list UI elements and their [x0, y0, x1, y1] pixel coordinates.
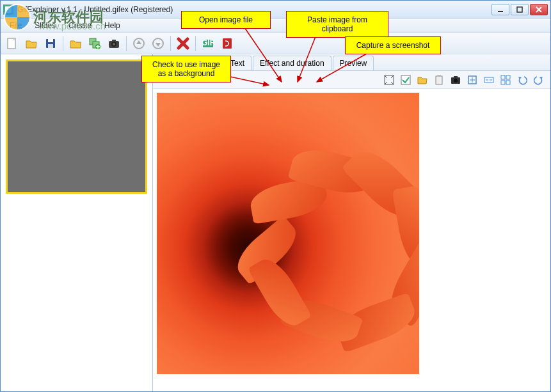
body: hot Diagram Text Effect and duration Pre…: [1, 54, 550, 391]
move-down-button[interactable]: [149, 35, 167, 52]
svg-rect-1: [5, 6, 12, 13]
svg-rect-36: [506, 75, 510, 79]
main-toolbar: GIF: [1, 33, 550, 54]
svg-rect-3: [517, 7, 522, 12]
export-pdf-button[interactable]: [218, 35, 236, 52]
callout-paste: Paste image from clipboard: [286, 11, 388, 38]
minimize-button[interactable]: [491, 4, 509, 15]
svg-rect-8: [48, 39, 53, 42]
titlebar: GifExplainer v.1.1 - Untitled.gifex (Reg…: [1, 1, 550, 19]
svg-text:GIF: GIF: [202, 38, 214, 47]
stretch-icon[interactable]: [381, 72, 397, 88]
slide-thumbnail-selected[interactable]: [6, 59, 147, 194]
svg-rect-26: [436, 76, 442, 84]
delete-button[interactable]: [174, 35, 192, 52]
crop-button[interactable]: [465, 72, 480, 88]
menu-slides[interactable]: Slides: [28, 20, 62, 31]
svg-rect-37: [501, 81, 505, 84]
capture-screenshot-button[interactable]: [448, 72, 463, 88]
svg-rect-30: [454, 76, 458, 78]
svg-rect-35: [501, 75, 505, 79]
move-up-button[interactable]: [130, 35, 148, 52]
window-controls: [491, 4, 548, 15]
svg-rect-38: [506, 81, 510, 84]
tab-effect-duration[interactable]: Effect and duration: [253, 56, 331, 70]
tab-preview[interactable]: Preview: [333, 56, 374, 70]
menu-help[interactable]: Help: [98, 20, 127, 31]
menu-file[interactable]: File: [3, 20, 28, 31]
svg-point-17: [113, 43, 115, 45]
save-button[interactable]: [42, 35, 60, 52]
duplicate-slide-button[interactable]: [86, 35, 104, 52]
paste-image-button[interactable]: [431, 72, 447, 88]
open-image-button[interactable]: [415, 72, 430, 88]
close-button[interactable]: [530, 4, 548, 15]
slides-panel: [1, 54, 153, 391]
svg-rect-9: [48, 44, 53, 48]
callout-background: Check to use image as a background: [141, 56, 231, 82]
grid-icon[interactable]: [498, 72, 513, 88]
editor-panel: hot Diagram Text Effect and duration Pre…: [153, 54, 550, 391]
toolbar-separator: [170, 36, 171, 51]
app-window: GifExplainer v.1.1 - Untitled.gifex (Reg…: [0, 0, 551, 392]
canvas-area[interactable]: [153, 89, 550, 391]
new-button[interactable]: [3, 35, 21, 52]
callout-open: Open image file: [181, 11, 271, 29]
maximize-button[interactable]: [511, 4, 529, 15]
export-gif-button[interactable]: GIF: [199, 35, 217, 52]
toolbar-separator: [63, 36, 63, 51]
open-button[interactable]: [22, 35, 40, 52]
toolbar-separator: [195, 36, 196, 51]
canvas-image: [157, 93, 419, 374]
app-icon: [3, 4, 13, 15]
svg-point-29: [454, 79, 458, 82]
rotate-right-icon[interactable]: [531, 72, 547, 88]
slide-thumbnail-image: [8, 61, 145, 192]
menu-create[interactable]: Create: [62, 20, 98, 31]
use-as-background-checkbox[interactable]: [398, 72, 413, 88]
toolbar-separator: [126, 36, 127, 51]
rotate-left-icon[interactable]: [515, 72, 530, 88]
camera-button[interactable]: [105, 35, 123, 52]
callout-capture: Capture a screenshot: [345, 36, 441, 54]
svg-rect-27: [437, 75, 441, 77]
menubar: File Slides Create Help: [1, 19, 550, 33]
svg-rect-18: [112, 40, 116, 42]
add-folder-button[interactable]: [67, 35, 84, 52]
fit-width-icon[interactable]: [481, 72, 497, 88]
svg-rect-23: [223, 38, 232, 49]
